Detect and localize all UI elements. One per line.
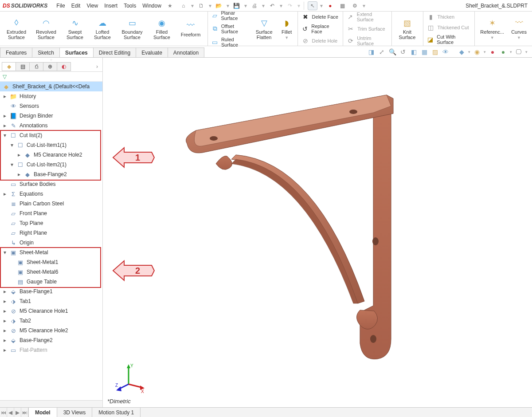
home-icon[interactable]: ⌂ — [179, 1, 188, 10]
print-icon[interactable]: 🖨 — [250, 1, 259, 10]
tree-node[interactable]: ▸◆M5 Clearance Hole2 — [0, 150, 102, 160]
view-settings-icon[interactable]: 🖵 — [515, 48, 523, 56]
fm-tab-tree-icon[interactable]: ◆ — [2, 62, 16, 71]
cut-with-surface-button[interactable]: ◪Cut With Surface — [425, 33, 473, 46]
new-icon[interactable]: 🗋 — [196, 1, 206, 10]
zoom-fit-icon[interactable]: ⤢ — [378, 48, 386, 56]
tree-twisty-icon[interactable]: ▸ — [3, 298, 7, 304]
tree-twisty-icon[interactable]: ▾ — [3, 249, 7, 256]
tree-twisty-icon[interactable]: ▸ — [3, 288, 7, 295]
tree-hscrollbar[interactable] — [0, 400, 102, 407]
appearance-icon[interactable]: ◆ — [458, 48, 466, 56]
menu-insert[interactable]: Insert — [104, 3, 117, 9]
tree-twisty-icon[interactable]: ▸ — [3, 93, 7, 99]
tree-node[interactable]: ▸⬗Tab2 — [0, 316, 102, 326]
redo-icon[interactable]: ↷ — [285, 1, 295, 10]
tree-node[interactable]: ▣Sheet-Metal6 — [0, 267, 102, 277]
tree-node[interactable]: ▸⬗Tab1 — [0, 296, 102, 306]
open-icon[interactable]: 📂 — [214, 1, 224, 10]
prev-view-icon[interactable]: ↺ — [399, 48, 407, 56]
tab-surfaces[interactable]: Surfaces — [59, 47, 94, 57]
menu-file[interactable]: File — [56, 3, 65, 9]
tree-node[interactable]: ▱Front Plane — [0, 208, 102, 218]
tab-next-icon[interactable]: ▶ — [14, 408, 21, 417]
menu-expand-icon[interactable]: ★ — [168, 3, 172, 9]
fm-tab-property-icon[interactable]: ▤ — [16, 62, 30, 71]
section-view-icon[interactable]: ◧ — [410, 48, 418, 56]
fm-tab-config-icon[interactable]: ⎙ — [29, 62, 43, 71]
tab-annotation[interactable]: Annotation — [168, 47, 204, 57]
tab-evaluate[interactable]: Evaluate — [136, 47, 168, 57]
tree-node[interactable]: ▸📁History — [0, 91, 102, 101]
tree-node[interactable]: ▱Top Plane — [0, 218, 102, 228]
tree-twisty-icon[interactable]: ▸ — [3, 318, 7, 324]
tree-node[interactable]: ▣Sheet-Metal1 — [0, 257, 102, 267]
curves-button[interactable]: 〰Curves▼ — [508, 17, 530, 41]
tab-direct-editing[interactable]: Direct Editing — [93, 47, 136, 57]
fm-tab-dim-icon[interactable]: ⊕ — [43, 62, 57, 71]
tree-twisty-icon[interactable]: ▾ — [10, 142, 14, 148]
tree-node[interactable]: ↳Origin — [0, 238, 102, 248]
tree-node[interactable]: ≣Plain Carbon Steel — [0, 199, 102, 208]
delete-face-button[interactable]: ✖Delete Face — [300, 12, 341, 22]
display-style-icon[interactable]: ▨ — [431, 48, 439, 56]
hide-show-icon[interactable]: 👁 — [442, 48, 450, 56]
rebuild-icon[interactable]: ● — [325, 1, 335, 10]
offset-surface-button[interactable]: ⧉Offset Surface — [210, 23, 250, 35]
tree-twisty-icon[interactable]: ▸ — [17, 171, 21, 177]
bottom-tab-model[interactable]: Model — [29, 408, 57, 417]
tab-first-icon[interactable]: ⏮ — [0, 408, 7, 417]
graphics-area[interactable]: 1 2 Y X Z *Dimetric — [103, 58, 532, 407]
revolved-surface-button[interactable]: ◠Revolved Surface — [31, 17, 61, 41]
view-orient-icon[interactable]: ▦ — [420, 48, 428, 56]
options-icon[interactable]: ▦ — [338, 1, 348, 10]
tree-node[interactable]: ▸ΣEquations — [0, 189, 102, 199]
tab-last-icon[interactable]: ⏭ — [21, 408, 28, 417]
menu-view[interactable]: View — [86, 3, 98, 9]
tree-twisty-icon[interactable]: ▸ — [3, 113, 7, 119]
knit-surface-button[interactable]: ▧Knit Surface — [394, 17, 421, 41]
tree-twisty-icon[interactable]: ▾ — [3, 132, 7, 138]
tree-node[interactable]: ▾☐Cut-List-Item2(1) — [0, 160, 102, 169]
tree-twisty-icon[interactable]: ▸ — [3, 337, 7, 343]
view-cube-icon[interactable]: ◨ — [367, 48, 375, 56]
tree-node[interactable]: ▸✎Annotations — [0, 121, 102, 130]
tree-twisty-icon[interactable]: ▾ — [10, 161, 14, 168]
tree-twisty-icon[interactable]: ▸ — [3, 122, 7, 129]
tree-node[interactable]: ▾▣Sheet-Metal — [0, 248, 102, 257]
tree-node[interactable]: ▸⊘M5 Clearance Hole1 — [0, 306, 102, 316]
lofted-surface-button[interactable]: ☁Lofted Surface — [89, 17, 116, 41]
fm-tab-expand-icon[interactable]: › — [94, 63, 101, 70]
filled-surface-button[interactable]: ◉Filled Surface — [148, 17, 176, 41]
edit-appearance-icon[interactable]: ● — [489, 48, 497, 56]
menu-edit[interactable]: Edit — [71, 3, 81, 9]
tree-twisty-icon[interactable]: ▸ — [3, 347, 7, 353]
surface-flatten-button[interactable]: ▽Surface Flatten — [250, 17, 278, 41]
menu-tools[interactable]: Tools — [124, 3, 136, 9]
settings-icon[interactable]: ⚙ — [350, 1, 360, 10]
tree-twisty-icon[interactable]: ▸ — [3, 327, 7, 334]
feature-tree[interactable]: ▸📁History👁Sensors▸📘Design Binder▸✎Annota… — [0, 91, 102, 400]
tree-node[interactable]: ▸⬙Base-Flange2 — [0, 335, 102, 345]
zoom-area-icon[interactable]: 🔍 — [388, 48, 396, 56]
tree-node[interactable]: ▱Right Plane — [0, 228, 102, 238]
tree-node[interactable]: ▸⊘M5 Clearance Hole2 — [0, 326, 102, 335]
replace-face-button[interactable]: ↺Replace Face — [300, 23, 341, 35]
bottom-tab-motion-study[interactable]: Motion Study 1 — [92, 408, 141, 417]
boundary-surface-button[interactable]: ▭Boundary Surface — [116, 17, 148, 41]
tree-node[interactable]: 👁Sensors — [0, 101, 102, 111]
tree-node[interactable]: ▸⬙Base-Flange1 — [0, 287, 102, 296]
bottom-tab-3d-views[interactable]: 3D Views — [57, 408, 92, 417]
tree-node[interactable]: ▸📘Design Binder — [0, 111, 102, 121]
tree-node[interactable]: ▭Surface Bodies — [0, 179, 102, 189]
extruded-surface-button[interactable]: ◊Extruded Surface — [2, 17, 31, 41]
tree-twisty-icon[interactable]: ▸ — [17, 152, 21, 158]
fm-tab-display-icon[interactable]: ◐ — [57, 62, 71, 71]
tree-node[interactable]: ▸◆Base-Flange2 — [0, 169, 102, 179]
tree-root[interactable]: ◆ Shelf_Bracket_& (Default<<Defa — [0, 82, 102, 91]
planar-surface-button[interactable]: ▱Planar Surface — [210, 9, 250, 22]
fillet-button[interactable]: ◗Fillet▼ — [278, 17, 296, 41]
tree-node[interactable]: ▾☐Cut list(2) — [0, 130, 102, 140]
tab-features[interactable]: Features — [0, 47, 32, 57]
undo-icon[interactable]: ↶ — [267, 1, 277, 10]
